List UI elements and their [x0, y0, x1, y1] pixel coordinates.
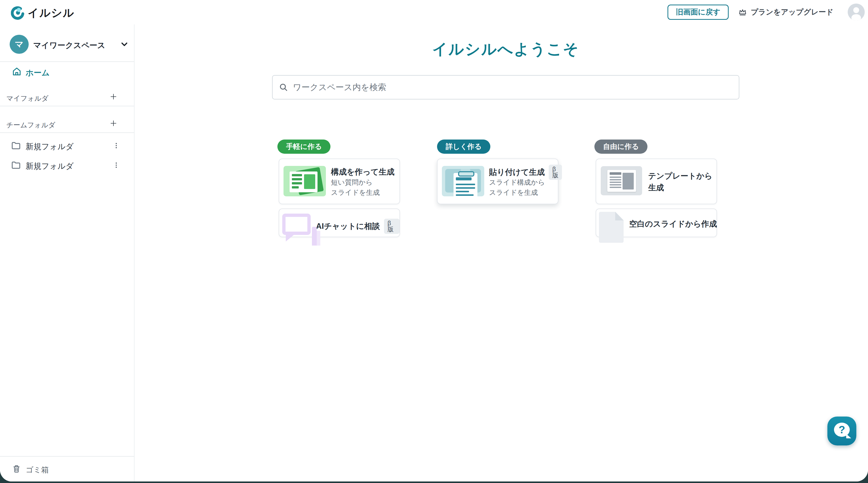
paste-thumbnail-icon — [442, 166, 484, 196]
card-subtitle-line2: スライドを生成 — [331, 188, 380, 197]
card-title-line2: 生成 — [648, 183, 664, 193]
top-header: イルシル 旧画面に戻す プランをアップグレード — [0, 0, 868, 25]
card-blank-slide[interactable]: 空白のスライドから作成 — [596, 208, 717, 237]
main-content: イルシルへようこそ 手軽に作る 詳しく作る 自由に作る — [134, 24, 868, 481]
folder-name: 新規フォルダ — [26, 141, 73, 152]
sidebar-item-trash[interactable]: ゴミ箱 — [0, 456, 134, 481]
card-title-line1: テンプレートから — [648, 171, 712, 182]
workspace-avatar: マ — [10, 35, 29, 54]
sidebar-item-home[interactable]: ホーム — [0, 62, 134, 81]
search-input[interactable] — [292, 82, 733, 92]
folder-icon — [11, 140, 21, 151]
crown-icon — [738, 8, 747, 17]
template-thumbnail-icon — [601, 166, 642, 195]
add-team-folder-button[interactable] — [110, 120, 117, 127]
folder-name: 新規フォルダ — [26, 161, 73, 171]
trash-label: ゴミ箱 — [26, 465, 49, 475]
chat-bubble-icon — [282, 213, 323, 248]
card-subtitle-line1: スライド構成から — [489, 178, 545, 187]
badge-free-create: 自由に作る — [594, 139, 647, 154]
card-generate-from-template[interactable]: テンプレートから 生成 — [596, 159, 717, 204]
chevron-down-icon — [120, 40, 128, 48]
sidebar: マ マイワークスペース ホーム マイフォルダ — [0, 24, 134, 481]
sidebar-item-folder[interactable]: 新規フォルダ — [0, 137, 134, 154]
logo-swirl-icon — [11, 6, 25, 20]
blank-page-icon — [599, 212, 624, 243]
add-my-folder-button[interactable] — [110, 93, 117, 100]
badge-easy-create: 手軽に作る — [277, 139, 331, 154]
card-title: 貼り付けて生成 — [489, 167, 545, 178]
trash-icon — [12, 464, 21, 474]
my-folder-section: マイフォルダ — [0, 88, 134, 106]
sidebar-home-label: ホーム — [26, 67, 50, 78]
badge-free-label: 自由に作る — [603, 142, 639, 152]
help-question-mark: ? — [834, 423, 850, 437]
back-to-old-ui-button[interactable]: 旧画面に戻す — [668, 5, 728, 20]
card-subtitle-line1: 短い質問から — [331, 178, 373, 187]
card-generate-from-paste[interactable]: 貼り付けて生成 β版 スライド構成から スライドを生成 — [437, 159, 558, 204]
upgrade-plan-button[interactable]: プランをアップグレード — [738, 5, 834, 20]
app-logo[interactable]: イルシル — [11, 6, 74, 20]
my-folder-section-label: マイフォルダ — [6, 94, 49, 103]
beta-badge: β版 — [549, 165, 562, 180]
team-folder-section: チームフォルダ — [0, 115, 134, 133]
card-subtitle-line2: スライドを生成 — [489, 188, 538, 197]
badge-detailed-create: 詳しく作る — [437, 139, 490, 154]
workspace-switcher[interactable]: マ マイワークスペース — [0, 24, 134, 62]
card-generate-from-structure[interactable]: 構成を作って生成 短い質問から スライドを生成 — [279, 159, 400, 204]
help-bubble-icon: ? — [834, 423, 850, 437]
help-button[interactable]: ? — [827, 417, 856, 446]
upgrade-plan-label: プランをアップグレード — [751, 7, 834, 17]
back-to-old-ui-label: 旧画面に戻す — [676, 7, 720, 17]
logo-text: イルシル — [28, 6, 74, 20]
home-icon — [12, 66, 22, 76]
workspace-name: マイワークスペース — [33, 40, 105, 51]
folder-menu-kebab-icon[interactable] — [111, 160, 121, 170]
card-title: AIチャットに相談 — [316, 221, 380, 232]
app-sheet: イルシル 旧画面に戻す プランをアップグレード マ マイワークスペース — [0, 0, 868, 481]
beta-badge: β版 — [384, 219, 400, 234]
card-ai-chat[interactable]: AIチャットに相談 β版 — [279, 208, 400, 237]
user-avatar[interactable] — [848, 4, 865, 21]
search-icon — [279, 83, 288, 92]
folder-menu-kebab-icon[interactable] — [111, 140, 121, 151]
folder-icon — [11, 160, 21, 170]
workspace-search — [272, 75, 739, 99]
card-title: 構成を作って生成 — [331, 167, 394, 177]
sidebar-item-folder[interactable]: 新規フォルダ — [0, 157, 134, 173]
badge-easy-label: 手軽に作る — [286, 142, 322, 152]
badge-detail-label: 詳しく作る — [446, 142, 482, 152]
structure-thumbnail-icon — [283, 166, 326, 196]
card-title: 空白のスライドから作成 — [629, 219, 717, 229]
page-title: イルシルへようこそ — [272, 39, 739, 60]
team-folder-section-label: チームフォルダ — [6, 121, 55, 130]
